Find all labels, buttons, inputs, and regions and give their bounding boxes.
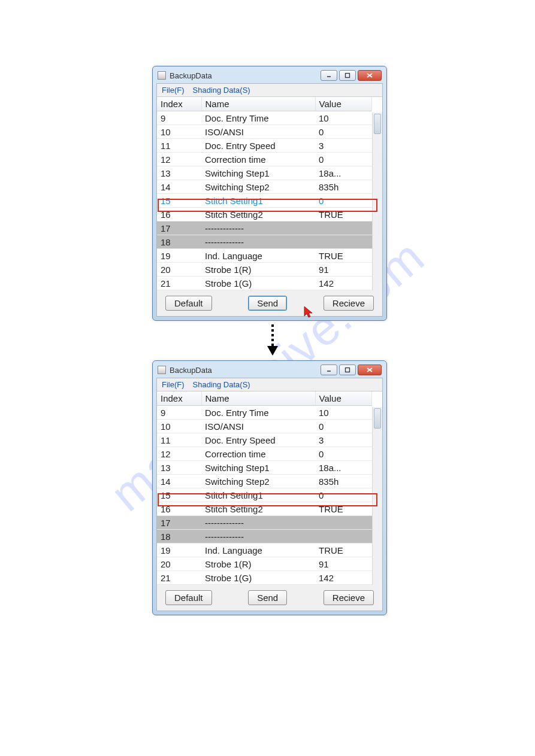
maximize-button[interactable] xyxy=(339,70,356,81)
cell-name: Correction time xyxy=(201,153,315,166)
recieve-button[interactable]: Recieve xyxy=(324,296,374,311)
cell-val: 18a... xyxy=(315,461,372,475)
close-icon xyxy=(366,72,373,78)
cell-idx: 13 xyxy=(157,166,201,180)
cell-name: Correction time xyxy=(201,447,315,461)
cell-name: ISO/ANSI xyxy=(201,125,315,139)
minimize-button[interactable] xyxy=(321,365,337,375)
table-row[interactable]: 16Stitch Setting2TRUE xyxy=(157,208,372,221)
cell-idx: 15 xyxy=(157,194,201,208)
cell-val: 835h xyxy=(315,475,372,488)
table-row[interactable]: 11Doc. Entry Speed3 xyxy=(157,433,372,447)
scrollbar-vertical[interactable] xyxy=(372,407,382,585)
table-row[interactable]: 9Doc. Entry Time10 xyxy=(157,406,372,420)
cell-idx: 10 xyxy=(157,125,201,139)
scrollbar-thumb[interactable] xyxy=(374,114,381,134)
table-row[interactable]: 16Stitch Setting2TRUE xyxy=(157,502,372,516)
cell-idx: 16 xyxy=(157,208,201,221)
table-row[interactable]: 19Ind. LanguageTRUE xyxy=(157,249,372,263)
table-row[interactable]: 18------------- xyxy=(157,530,372,544)
col-header-value[interactable]: Value xyxy=(315,391,372,406)
scrollbar-vertical[interactable] xyxy=(372,113,382,290)
cell-val: 91 xyxy=(315,557,372,571)
cell-val: 10 xyxy=(315,111,372,125)
table-row[interactable]: 20Strobe 1(R)91 xyxy=(157,263,372,277)
send-button[interactable]: Send xyxy=(248,590,287,605)
minimize-button[interactable] xyxy=(321,70,337,81)
cell-val: 18a... xyxy=(315,166,372,180)
close-button[interactable] xyxy=(358,365,382,375)
cell-val xyxy=(315,530,372,544)
cell-idx: 17 xyxy=(157,516,201,530)
cell-val: TRUE xyxy=(315,208,372,221)
table-row[interactable]: 13Switching Step118a... xyxy=(157,166,372,180)
svg-rect-1 xyxy=(346,74,350,78)
menu-shading-data[interactable]: Shading Data(S) xyxy=(193,380,250,389)
cell-val: 91 xyxy=(315,263,372,277)
col-header-name[interactable]: Name xyxy=(201,391,315,406)
default-button[interactable]: Default xyxy=(165,296,212,311)
table-row[interactable]: 14Switching Step2835h xyxy=(157,180,372,194)
window-title: BackupData xyxy=(170,71,212,80)
maximize-icon xyxy=(344,72,350,78)
table-row[interactable]: 12Correction time0 xyxy=(157,153,372,166)
maximize-icon xyxy=(344,367,350,373)
send-button[interactable]: Send xyxy=(248,296,287,311)
svg-rect-4 xyxy=(346,368,350,372)
table-row[interactable]: 12Correction time0 xyxy=(157,447,372,461)
table-row-highlighted[interactable]: 15Stitch Setting10 xyxy=(157,194,372,208)
cell-val: 0 xyxy=(315,447,372,461)
col-header-value[interactable]: Value xyxy=(315,97,372,111)
table-row[interactable]: 17------------- xyxy=(157,221,372,235)
menubar: File(F) Shading Data(S) xyxy=(157,84,382,96)
cell-idx: 9 xyxy=(157,111,201,125)
table-row[interactable]: 20Strobe 1(R)91 xyxy=(157,557,372,571)
cell-name: Doc. Entry Speed xyxy=(201,139,315,153)
scrollbar-thumb[interactable] xyxy=(374,408,381,429)
col-header-name[interactable]: Name xyxy=(201,97,315,111)
cell-val: TRUE xyxy=(315,249,372,263)
close-button[interactable] xyxy=(358,70,382,81)
table-row[interactable]: 17------------- xyxy=(157,516,372,530)
table-row[interactable]: 19Ind. LanguageTRUE xyxy=(157,544,372,557)
cell-val: 0 xyxy=(315,194,372,208)
cell-name: Switching Step2 xyxy=(201,180,315,194)
cell-idx: 21 xyxy=(157,571,201,585)
arrow-down-icon xyxy=(265,323,280,357)
table-row[interactable]: 10ISO/ANSI0 xyxy=(157,420,372,433)
cell-val: 0 xyxy=(315,420,372,433)
table-row[interactable]: 10ISO/ANSI0 xyxy=(157,125,372,139)
cell-val xyxy=(315,516,372,530)
data-table: Index Name Value 9Doc. Entry Time10 10IS… xyxy=(157,391,372,585)
titlebar: BackupData xyxy=(156,70,383,83)
table-row[interactable]: 13Switching Step118a... xyxy=(157,461,372,475)
cell-idx: 14 xyxy=(157,180,201,194)
table-row[interactable]: 11Doc. Entry Speed3 xyxy=(157,139,372,153)
cell-idx: 15 xyxy=(157,488,201,502)
cell-name: ------------- xyxy=(201,235,315,249)
menu-shading-data[interactable]: Shading Data(S) xyxy=(193,86,250,95)
cell-idx: 21 xyxy=(157,277,201,290)
table-row-highlighted[interactable]: 15Stitch Setting10 xyxy=(157,488,372,502)
cell-name: Doc. Entry Time xyxy=(201,406,315,420)
maximize-button[interactable] xyxy=(339,365,356,375)
col-header-index[interactable]: Index xyxy=(157,391,201,406)
recieve-button[interactable]: Recieve xyxy=(324,590,374,605)
default-button[interactable]: Default xyxy=(165,590,212,605)
menu-file[interactable]: File(F) xyxy=(162,380,185,389)
cell-val xyxy=(315,235,372,249)
button-bar: Default Send Recieve xyxy=(157,290,382,316)
cell-name: Stitch Setting1 xyxy=(201,488,315,502)
cell-name: Stitch Setting1 xyxy=(201,194,315,208)
table-row[interactable]: 14Switching Step2835h xyxy=(157,475,372,488)
table-row[interactable]: 21Strobe 1(G)142 xyxy=(157,571,372,585)
table-row[interactable]: 21Strobe 1(G)142 xyxy=(157,277,372,290)
cell-name: Strobe 1(G) xyxy=(201,571,315,585)
menu-file[interactable]: File(F) xyxy=(162,86,185,95)
table-row[interactable]: 18------------- xyxy=(157,235,372,249)
cell-idx: 19 xyxy=(157,249,201,263)
table-row[interactable]: 9Doc. Entry Time10 xyxy=(157,111,372,125)
cell-name: ------------- xyxy=(201,530,315,544)
data-table: Index Name Value 9Doc. Entry Time10 10IS… xyxy=(157,97,372,290)
col-header-index[interactable]: Index xyxy=(157,97,201,111)
